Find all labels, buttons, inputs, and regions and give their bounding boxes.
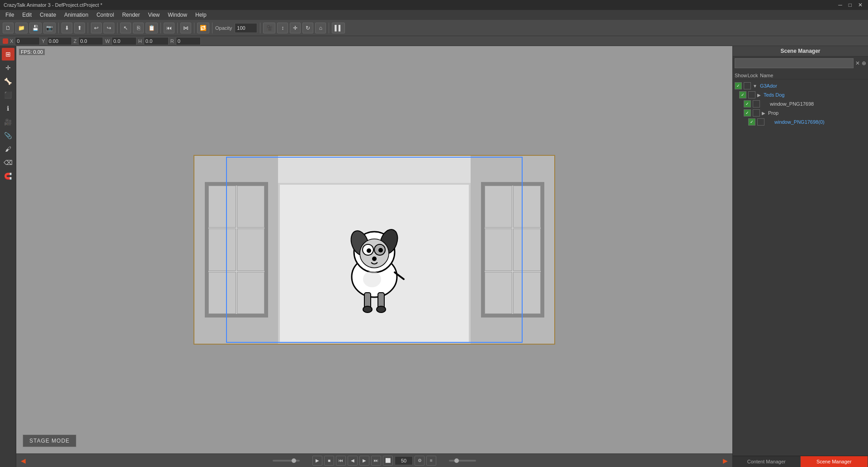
window-controls[interactable]: ─ □ ✕ [836,2,864,8]
tree-row-tedsdog[interactable]: ✓ ▶ Teds Dog [737,90,868,99]
move-button[interactable]: ↕ [277,23,288,33]
left-bone-tool[interactable]: 🦴 [2,75,14,88]
search-options[interactable]: ⊕ [862,60,866,66]
svg-point-8 [378,248,383,252]
canvas-area: FPS: 0.00 [16,46,732,467]
separator-7 [212,23,212,33]
stage-canvas[interactable]: FPS: 0.00 [16,46,732,453]
name-tedsdog[interactable]: Teds Dog [764,92,784,98]
prev-frame-button[interactable]: ⏮ [164,23,175,33]
name-window2[interactable]: window_PNG17698(0) [774,119,825,125]
show-check-tedsdog[interactable]: ✓ [739,91,746,98]
export-button[interactable]: ⬆ [74,23,85,33]
y-input[interactable] [47,37,72,45]
frame-input[interactable] [395,456,413,465]
paste-button[interactable]: 📋 [146,23,158,33]
step-back-button[interactable]: ◀ [348,456,358,466]
zoom-thumb-right[interactable] [454,458,459,463]
zoom-thumb-left[interactable] [292,458,296,463]
settings-button[interactable]: ⚙ [415,456,425,466]
menu-control[interactable]: Control [93,11,118,19]
z-input[interactable] [78,37,103,45]
left-info-tool[interactable]: ℹ [2,102,14,115]
keys-button[interactable]: ≡ [426,456,436,466]
tree-row-window2[interactable]: ✓ window_PNG17698(0) [746,117,868,126]
show-check-window2[interactable]: ✓ [748,118,755,126]
lock-check-window2[interactable] [757,118,764,126]
left-select-tool[interactable]: ⊞ [2,48,14,61]
animation-button[interactable]: ▌▌ [332,23,345,33]
w-input[interactable] [112,37,137,45]
stop-button[interactable]: ■ [324,456,334,466]
play-button[interactable]: ▶ [312,456,322,466]
open-button[interactable]: 📁 [15,23,28,33]
search-input[interactable] [735,58,854,68]
pane-4 [237,229,264,271]
zoom-slider-right[interactable] [449,460,476,462]
left-camera-tool[interactable]: 🎥 [2,116,14,128]
tree-row-g3ador[interactable]: ✓ ▼ G3Ador [733,81,868,90]
import-button[interactable]: ⬇ [61,23,72,33]
nav-arrow-left[interactable]: ◀ [21,457,26,464]
show-check-g3ador[interactable]: ✓ [735,82,742,89]
transform-button[interactable]: ✛ [290,23,301,33]
menu-file[interactable]: File [2,11,18,19]
menu-help[interactable]: Help [192,11,210,19]
menu-create[interactable]: Create [36,11,60,19]
tab-content-manager[interactable]: Content Manager [733,456,801,467]
save-button[interactable]: 💾 [29,23,42,33]
opacity-input[interactable] [235,23,257,33]
search-clear[interactable]: ✕ [855,60,860,66]
arrow-tedsdog: ▶ [757,93,761,98]
blend-button[interactable]: ⋈ [180,23,191,33]
lock-check-tedsdog[interactable] [748,91,755,98]
rotate-button[interactable]: ↻ [302,23,313,33]
step-forward-button[interactable]: ▶ [359,456,369,466]
zoom-slider-left[interactable] [273,460,300,462]
left-attach-tool[interactable]: 📎 [2,129,14,142]
next-key-button[interactable]: ⏭ [371,456,381,466]
left-paint-tool[interactable]: 🖌 [2,143,14,155]
tree-row-window1[interactable]: ✓ window_PNG17698 [742,99,868,108]
minimize-button[interactable]: ─ [836,2,844,8]
tree-row-prop[interactable]: ✓ ▶ Prop [742,108,868,117]
show-check-prop[interactable]: ✓ [744,109,751,117]
menu-view[interactable]: View [144,11,163,19]
tab-scene-manager[interactable]: Scene Manager [801,456,868,467]
camera-button[interactable]: 🎥 [263,23,275,33]
redo-button[interactable]: ↪ [104,23,114,33]
undo-button[interactable]: ↩ [91,23,102,33]
name-prop[interactable]: Prop [768,110,778,116]
menu-render[interactable]: Render [118,11,143,19]
x-input[interactable] [15,37,40,45]
left-transform-tool[interactable]: ✛ [2,61,14,74]
new-button[interactable]: 🗋 [3,23,14,33]
lock-check-g3ador[interactable] [744,82,751,89]
r-input[interactable] [176,37,201,45]
record-button[interactable]: ⬜ [383,456,393,466]
prev-key-button[interactable]: ⏮ [336,456,346,466]
select-button[interactable]: ↖ [120,23,131,33]
menu-window[interactable]: Window [164,11,191,19]
h-input[interactable] [144,37,169,45]
lock-check-prop[interactable] [753,109,760,117]
name-g3ador[interactable]: G3Ador [760,83,777,89]
lock-check-window1[interactable] [753,100,760,107]
nav-arrow-right[interactable]: ▶ [723,457,728,464]
pane-5 [208,272,236,314]
close-button[interactable]: ✕ [856,2,864,8]
left-eraser-tool[interactable]: ⌫ [2,156,14,169]
stage-mode-button[interactable]: STAGE MODE [23,434,76,447]
left-magnet-tool[interactable]: 🧲 [2,170,14,182]
loop-button[interactable]: 🔁 [197,23,209,33]
left-prop-tool[interactable]: ⬛ [2,89,14,101]
capture-button[interactable]: 📷 [43,23,56,33]
show-check-window1[interactable]: ✓ [744,100,751,107]
pane-r1 [485,186,512,228]
copy-button[interactable]: ⎘ [133,23,144,33]
maximize-button[interactable]: □ [847,2,854,8]
name-window1[interactable]: window_PNG17698 [770,101,814,107]
menu-edit[interactable]: Edit [19,11,35,19]
menu-animation[interactable]: Animation [61,11,92,19]
home-button[interactable]: ⌂ [315,23,326,33]
